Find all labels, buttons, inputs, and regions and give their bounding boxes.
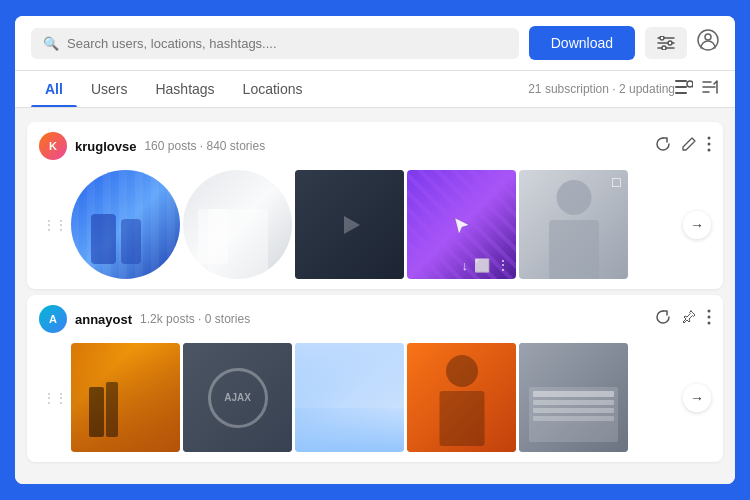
app-window: 🔍 Download All Users Hashtags: [15, 16, 735, 484]
user-button[interactable]: [697, 29, 719, 57]
header: 🔍 Download: [15, 16, 735, 71]
account-header-annayost: A annayost 1.2k posts · 0 stories: [39, 305, 711, 333]
folder-icon[interactable]: ⬜: [474, 258, 490, 273]
svg-point-5: [662, 46, 666, 50]
pin-button-annayost[interactable]: [681, 309, 697, 329]
more-button-kruglovse[interactable]: [707, 136, 711, 156]
search-list-icon: [675, 79, 693, 95]
username-annayost: annayost: [75, 312, 132, 327]
refresh-button-annayost[interactable]: [655, 309, 671, 329]
svg-rect-8: [675, 80, 687, 82]
refresh-icon: [655, 136, 671, 152]
search-input[interactable]: [67, 36, 507, 51]
bookmark-icon: ☐: [611, 176, 622, 190]
thumb-ajax-mural[interactable]: AJAX: [183, 343, 292, 452]
more-icon-2: [707, 309, 711, 325]
more-button-annayost[interactable]: [707, 309, 711, 329]
edit-button-kruglovse[interactable]: [681, 136, 697, 156]
drag-handle-kruglovse[interactable]: ⋮⋮: [39, 218, 71, 232]
filter-icon: [657, 36, 675, 50]
images-row-kruglovse: ⋮⋮: [39, 170, 711, 279]
thumb-newsstand[interactable]: [519, 343, 628, 452]
thumb-portrait-kruglovse[interactable]: ☐: [519, 170, 628, 279]
svg-rect-9: [675, 86, 687, 88]
svg-point-3: [660, 36, 664, 40]
svg-point-17: [708, 143, 711, 146]
svg-point-20: [708, 310, 711, 313]
svg-point-4: [668, 41, 672, 45]
svg-point-16: [708, 137, 711, 140]
tab-users[interactable]: Users: [77, 71, 142, 107]
edit-icon: [681, 136, 697, 152]
thumb-city-street[interactable]: [71, 343, 180, 452]
thumb-water-sky[interactable]: [295, 343, 404, 452]
next-arrow-annayost[interactable]: →: [683, 384, 711, 412]
download-button[interactable]: Download: [529, 26, 635, 60]
thumb-more-icon[interactable]: ⋮: [496, 257, 510, 273]
more-icon: [707, 136, 711, 152]
next-arrow-kruglovse[interactable]: →: [683, 211, 711, 239]
thumb-purple-ceiling[interactable]: ↓ ⬜ ⋮: [407, 170, 516, 279]
svg-point-22: [708, 322, 711, 325]
subscription-status: 21 subscription · 2 updating: [528, 82, 675, 96]
pin-icon: [681, 309, 697, 325]
username-kruglovse: kruglovse: [75, 139, 136, 154]
refresh-button-kruglovse[interactable]: [655, 136, 671, 156]
svg-point-21: [708, 316, 711, 319]
account-actions-annayost: [655, 309, 711, 329]
drag-handle-annayost[interactable]: ⋮⋮: [39, 391, 71, 405]
search-bar[interactable]: 🔍: [31, 28, 519, 59]
filter-button[interactable]: [645, 27, 687, 59]
sort-icon: [701, 79, 719, 95]
svg-line-12: [693, 87, 694, 89]
stats-annayost: 1.2k posts · 0 stories: [140, 312, 250, 326]
account-section-annayost: A annayost 1.2k posts · 0 stories: [27, 295, 723, 462]
refresh-icon-2: [655, 309, 671, 325]
thumb-blue-alley[interactable]: [71, 170, 180, 279]
svg-point-7: [705, 34, 711, 40]
download-icon-small[interactable]: ↓: [462, 258, 469, 273]
image-thumbnails-kruglovse: ↓ ⬜ ⋮ ☐: [71, 170, 679, 279]
account-header-kruglovse: K kruglovse 160 posts · 840 stories: [39, 132, 711, 160]
tab-locations[interactable]: Locations: [229, 71, 317, 107]
sort-button[interactable]: [701, 79, 719, 99]
images-row-annayost: ⋮⋮ AJAX: [39, 343, 711, 452]
svg-rect-10: [675, 92, 687, 94]
image-thumbnails-annayost: AJAX: [71, 343, 679, 452]
search-icon: 🔍: [43, 36, 59, 51]
tab-all[interactable]: All: [31, 71, 77, 107]
user-icon: [697, 29, 719, 51]
thumb-dark-video[interactable]: [295, 170, 404, 279]
stats-kruglovse: 160 posts · 840 stories: [144, 139, 265, 153]
avatar-annayost: A: [39, 305, 67, 333]
tabs-icons: [675, 79, 719, 99]
search-list-button[interactable]: [675, 79, 693, 99]
tab-hashtags[interactable]: Hashtags: [141, 71, 228, 107]
account-actions-kruglovse: [655, 136, 711, 156]
svg-point-18: [708, 149, 711, 152]
thumb-white-building[interactable]: [183, 170, 292, 279]
thumb-orange-portrait[interactable]: [407, 343, 516, 452]
thumb-overlay-icons: ↓ ⬜ ⋮: [407, 170, 516, 279]
avatar-kruglovse: K: [39, 132, 67, 160]
account-section-kruglovse: K kruglovse 160 posts · 840 stories: [27, 122, 723, 289]
content-area: K kruglovse 160 posts · 840 stories: [15, 108, 735, 484]
tabs-bar: All Users Hashtags Locations 21 subscrip…: [15, 71, 735, 108]
status-bar: 21 subscription · 2 updating: [528, 82, 675, 96]
